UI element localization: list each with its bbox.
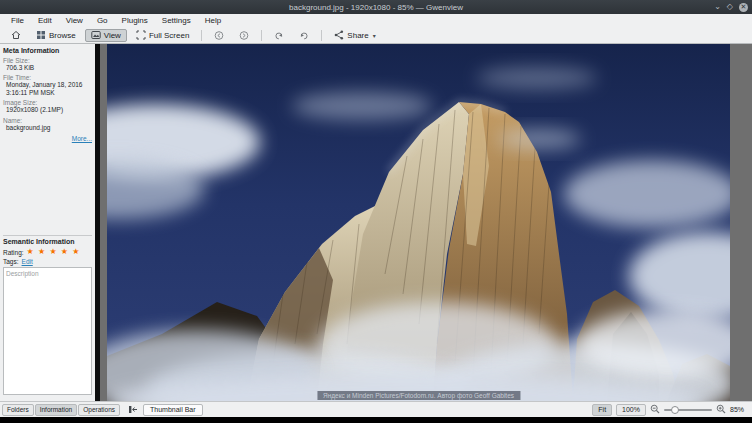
zoom-in-icon[interactable] <box>716 404 726 415</box>
toolbar-separator <box>321 30 322 41</box>
menu-edit[interactable]: Edit <box>31 14 59 27</box>
zoom-slider-handle[interactable] <box>671 406 679 414</box>
zoom-percent-value: 85% <box>730 406 744 413</box>
window-title: background.jpg - 1920x1080 - 85% — Gwenv… <box>289 3 463 12</box>
tags-row: Tags: Edit <box>3 258 92 265</box>
name-label: Name: <box>3 117 92 124</box>
zoom-100-button[interactable]: 100% <box>616 404 646 416</box>
zoom-slider[interactable] <box>664 404 712 416</box>
app-window: background.jpg - 1920x1080 - 85% — Gwenv… <box>0 0 752 423</box>
meta-information-title: Meta Information <box>3 47 92 54</box>
fullscreen-icon <box>136 30 146 40</box>
fullscreen-button[interactable]: Full Screen <box>130 29 195 42</box>
image-size-field: Image Size: 1920x1080 (2.1MP) <box>3 99 92 114</box>
collapse-sidebar-button[interactable] <box>127 404 139 416</box>
menubar: File Edit View Go Plugins Settings Help <box>0 14 752 27</box>
screen-bottom-edge <box>0 417 752 423</box>
toolbar-separator <box>261 30 262 41</box>
rotate-left-button[interactable] <box>268 29 290 42</box>
rotate-left-icon <box>274 30 284 40</box>
name-field: Name: background.jpg <box>3 117 92 132</box>
sidebar-tabs: Folders Information Operations <box>0 404 120 416</box>
view-button[interactable]: View <box>85 29 127 42</box>
photo-background-jpg[interactable]: Яндекс и Minden Pictures/Fotodom.ru. Авт… <box>107 44 730 401</box>
file-time-label: File Time: <box>3 74 92 81</box>
statusbar: Folders Information Operations Thumbnail… <box>0 401 752 417</box>
mountain-photo <box>107 44 730 401</box>
zoom-out-icon[interactable] <box>650 404 660 415</box>
next-button[interactable] <box>233 29 255 42</box>
name-value: background.jpg <box>3 124 92 132</box>
previous-button[interactable] <box>208 29 230 42</box>
chevron-down-icon: ▾ <box>373 32 376 39</box>
home-button[interactable] <box>5 29 27 42</box>
image-size-value: 1920x1080 (2.1MP) <box>3 106 92 114</box>
zoom-fit-button[interactable]: Fit <box>592 404 612 416</box>
previous-icon <box>214 30 224 40</box>
rating-stars[interactable]: ★ ★ ★ ★ ★ <box>27 248 81 256</box>
view-label: View <box>104 31 121 40</box>
next-icon <box>239 30 249 40</box>
semantic-information-title: Semantic Information <box>3 238 92 245</box>
semantic-information-section: Semantic Information Rating: ★ ★ ★ ★ ★ T… <box>3 235 92 399</box>
share-label: Share <box>347 31 368 40</box>
more-link[interactable]: More... <box>3 135 92 142</box>
file-size-label: File Size: <box>3 57 92 64</box>
tab-folders[interactable]: Folders <box>2 404 34 416</box>
toolbar-separator <box>201 30 202 41</box>
browse-grid-icon <box>36 30 46 40</box>
view-image-icon <box>91 30 101 40</box>
window-controls: ⌄ ◇ ✕ <box>714 0 748 14</box>
menu-file[interactable]: File <box>4 14 31 27</box>
description-input[interactable] <box>3 267 92 395</box>
rotate-right-button[interactable] <box>293 29 315 42</box>
tab-operations[interactable]: Operations <box>78 404 120 416</box>
maximize-icon[interactable]: ◇ <box>727 3 733 11</box>
file-size-field: File Size: 706.3 KiB <box>3 57 92 72</box>
menu-settings[interactable]: Settings <box>155 14 198 27</box>
file-size-value: 706.3 KiB <box>3 64 92 72</box>
browse-button[interactable]: Browse <box>30 29 82 42</box>
rotate-right-icon <box>299 30 309 40</box>
titlebar[interactable]: background.jpg - 1920x1080 - 85% — Gwenv… <box>0 0 752 14</box>
tab-information[interactable]: Information <box>35 404 78 416</box>
menu-go[interactable]: Go <box>90 14 115 27</box>
image-view-area[interactable]: Яндекс и Minden Pictures/Fotodom.ru. Авт… <box>100 44 752 401</box>
information-sidebar: Meta Information File Size: 706.3 KiB Fi… <box>0 44 95 401</box>
file-time-field: File Time: Monday, January 18, 2016 3:16… <box>3 74 92 97</box>
file-time-value: Monday, January 18, 2016 3:16:11 PM MSK <box>3 81 92 97</box>
menu-plugins[interactable]: Plugins <box>115 14 155 27</box>
menu-view[interactable]: View <box>59 14 90 27</box>
thumbnail-bar-toggle[interactable]: Thumbnail Bar <box>143 404 203 416</box>
close-icon[interactable]: ✕ <box>739 3 748 12</box>
share-button[interactable]: Share ▾ <box>328 29 381 42</box>
rating-row: Rating: ★ ★ ★ ★ ★ <box>3 248 92 256</box>
fullscreen-label: Full Screen <box>149 31 189 40</box>
home-icon <box>11 30 21 40</box>
menu-help[interactable]: Help <box>198 14 228 27</box>
share-icon <box>334 30 344 40</box>
minimize-icon[interactable]: ⌄ <box>714 3 721 11</box>
toolbar: Browse View Full Screen <box>0 27 752 44</box>
zoom-controls: Fit 100% 85% <box>592 404 752 416</box>
image-size-label: Image Size: <box>3 99 92 106</box>
tags-label: Tags: <box>3 258 19 265</box>
tags-edit-link[interactable]: Edit <box>22 258 33 265</box>
rating-label: Rating: <box>3 249 24 256</box>
browse-label: Browse <box>49 31 76 40</box>
photo-caption: Яндекс и Minden Pictures/Fotodom.ru. Авт… <box>317 391 520 400</box>
collapse-sidebar-icon <box>128 405 138 414</box>
